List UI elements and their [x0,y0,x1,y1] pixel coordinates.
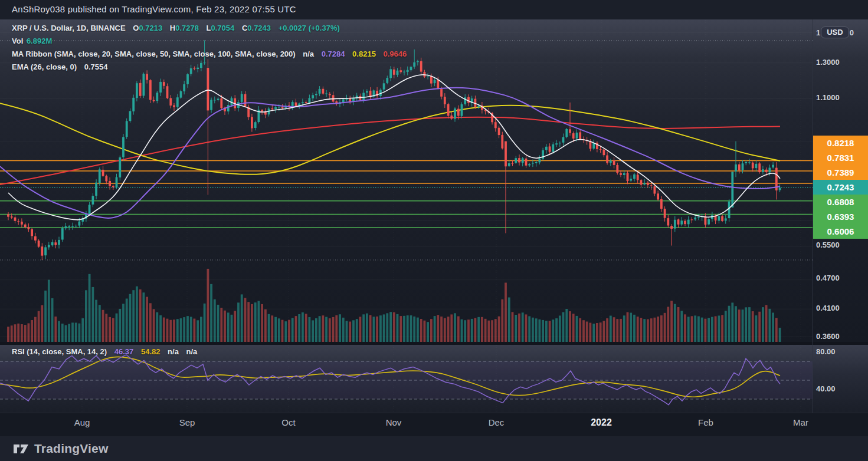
price-level-label: 0.7389 [813,165,868,180]
top-tick-suffix: 0 [850,28,854,37]
tradingview-brand[interactable]: TradingView [13,442,109,456]
rsi-value: 46.37 [114,347,134,356]
rsi-ma-value: 54.82 [141,347,161,356]
time-axis-label: Oct [281,417,295,427]
tradingview-logo-icon [13,442,29,456]
volume-label: Vol [12,37,23,45]
ma-ribbon-sma100-value: 0.8215 [352,50,376,58]
tradingview-published-chart: AnShRoy038 published on TradingView.com,… [0,0,868,461]
time-axis-label: Dec [489,417,505,427]
price-tick-label: 0.4700 [816,274,840,282]
published-line: AnShRoy038 published on TradingView.com,… [12,4,296,14]
price-level-label: 0.7243 [813,180,868,195]
symbol-legend[interactable]: XRP / U.S. Dollar, 1D, BINANCE O0.7213 H… [12,24,345,32]
time-axis-label: Mar [793,417,808,427]
top-tick-prefix: 1 [816,28,820,37]
rsi-label: RSI (14, close, SMA, 14, 2) [12,347,107,356]
price-level-label: 0.6808 [813,195,868,209]
ohlc-high: H0.7278 [170,24,199,32]
price-tick-label: 0.4100 [816,304,840,312]
top-tick-with-unit-button: 1 USD 0 [816,27,854,38]
rsi-legend[interactable]: RSI (14, close, SMA, 14, 2) 46.37 54.82 … [12,347,202,356]
rsi-indicator [0,355,813,405]
brand-text: TradingView [34,442,109,456]
ma-ribbon-sma200-value: 0.9646 [384,50,407,58]
ma-ribbon-sma50-value: 0.7284 [322,50,345,58]
ma-ribbon-slow-lines [0,103,780,185]
price-tick-label: 0.3600 [816,332,840,341]
time-axis-label: Feb [698,417,713,427]
time-axis-label: 2022 [591,417,612,428]
symbol-title: XRP / U.S. Dollar, 1D, BINANCE [12,24,126,32]
price-tick-label: 0.5500 [816,241,840,249]
ohlc-low: L0.7054 [207,24,235,32]
price-level-label: 0.8218 [813,136,868,150]
time-axis-label: Nov [386,417,402,427]
ma-ribbon-legend[interactable]: MA Ribbon (SMA, close, 20, SMA, close, 5… [12,50,412,58]
rsi-upper-band-value: n/a [168,347,179,356]
volume-legend[interactable]: Vol 6.892M [12,37,57,45]
price-tick-label: 1.3000 [816,58,840,67]
ma-ribbon-label: MA Ribbon (SMA, close, 20, SMA, close, 5… [12,50,296,58]
currency-unit-button[interactable]: USD [821,27,849,38]
price-tick-label: 1.1000 [816,93,840,102]
price-tick-label: 40.00 [816,384,836,393]
chart-canvas[interactable] [0,0,868,461]
price-tick-label: 80.00 [816,347,836,356]
price-level-label: 0.6006 [813,224,868,239]
ema-legend[interactable]: EMA (26, close, 0) 0.7554 [12,62,113,71]
price-level-label: 0.7831 [813,150,868,165]
ema-value: 0.7554 [84,62,108,71]
ema-label: EMA (26, close, 0) [12,62,77,71]
ma-ribbon-sma20-value: n/a [303,50,314,58]
ohlc-open: O0.7213 [133,24,162,32]
volume-value: 6.892M [27,37,52,45]
candlesticks [7,40,781,260]
rsi-lower-band-value: n/a [186,347,198,356]
ohlc-close: C0.7243 [242,24,271,32]
change-value: +0.0027 (+0.37%) [279,24,340,32]
time-axis-label: Aug [74,417,90,427]
time-axis-label: Sep [179,417,195,427]
price-levels [0,41,813,260]
price-level-label: 0.6393 [813,209,868,224]
